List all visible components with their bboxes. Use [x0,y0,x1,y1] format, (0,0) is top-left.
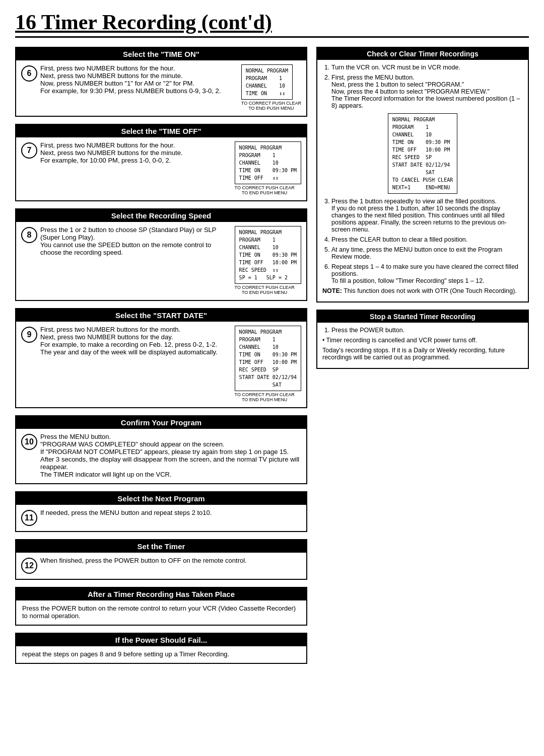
stop-recording-extra: Today's recording stops. If it is a Dail… [322,347,523,361]
step-9-screen-area: NORMAL PROGRAM PROGRAM 1 CHANNEL 10 TIME… [235,326,301,402]
step-6-text: First, press two NUMBER buttons for the … [40,64,236,111]
section-after-recording-body: Press the POWER button on the remote con… [16,600,306,625]
after-recording-text-1: Press the POWER button on the remote con… [22,604,300,620]
section-power-fail-header: If the Power Should Fail... [16,634,306,646]
step-7-content: First, press two NUMBER buttons for the … [40,141,301,195]
step-6-line-4: For example, for 9:30 PM, press NUMBER b… [40,87,236,95]
left-column: Select the "TIME ON" 6 First, press two … [15,47,307,671]
step-7-push: TO CORRECT PUSH CLEARTO END PUSH MENU [235,185,295,195]
section-time-off-body: 7 First, press two NUMBER buttons for th… [16,137,306,200]
step-8-push: TO CORRECT PUSH CLEARTO END PUSH MENU [235,285,295,295]
section-next-program-body: 11 If needed, press the MENU button and … [16,505,306,531]
step-12-row: 12 When finished, press the POWER button… [21,557,301,574]
section-stop-recording-header: Stop a Started Timer Recording [317,311,528,323]
step-8-content: Press the 1 or 2 button to choose SP (St… [40,226,301,295]
section-stop-recording-body: Press the POWER button. • Timer recordin… [317,323,528,368]
section-confirm-program-header: Confirm Your Program [16,416,306,429]
step-11-line-1: If needed, press the MENU button and rep… [40,509,301,516]
section-check-clear-body: Turn the VCR on. VCR must be in VCR mode… [317,60,528,301]
step-12-line-1: When finished, press the POWER button to… [40,557,301,564]
step-10-line-2: "PROGRAM WAS COMPLETED" should appear on… [40,440,301,448]
check-clear-item-5: At any time, press the MENU button once … [331,246,523,260]
section-start-date-body: 9 First, press two NUMBER buttons for th… [16,322,306,407]
step-7-line-3: For example, for 10:00 PM, press 1-0, 0-… [40,157,230,164]
page-title: 16 Timer Recording (cont'd) [15,10,529,38]
section-start-date: Select the "START DATE" 9 First, press t… [15,308,307,408]
step-8-text: Press the 1 or 2 button to choose SP (St… [40,226,230,295]
step-10-line-1: Press the MENU button. [40,433,301,440]
check-clear-inner-screen: NORMAL PROGRAM PROGRAM 1 CHANNEL 10 TIME… [388,113,457,194]
step-10-line-5: The TIMER indicator will light up on the… [40,471,301,478]
step-11-num: 11 [21,510,37,526]
step-6-push: TO CORRECT PUSH CLEARTO END PUSH MENU [241,101,301,111]
step-7-row: 7 First, press two NUMBER buttons for th… [21,141,301,195]
check-clear-item-4: Press the CLEAR button to clear a filled… [331,236,523,243]
step-6-content: First, press two NUMBER buttons for the … [40,64,301,111]
step-9-line-1: First, press two NUMBER buttons for the … [40,326,230,333]
section-time-off: Select the "TIME OFF" 7 First, press two… [15,124,307,201]
check-clear-item-6: Repeat steps 1 – 4 to make sure you have… [331,263,523,284]
stop-recording-item-1: Press the POWER button. [331,327,523,334]
section-time-off-header: Select the "TIME OFF" [16,125,306,137]
step-11-row: 11 If needed, press the MENU button and … [21,509,301,526]
step-7-line-2: Next, press two NUMBER buttons for the m… [40,149,230,157]
stop-recording-bullet: • Timer recording is cancelled and VCR p… [322,337,523,344]
step-10-content: Press the MENU button. "PROGRAM WAS COMP… [40,433,301,478]
step-7-screen: NORMAL PROGRAM PROGRAM 1 CHANNEL 10 TIME… [235,141,301,184]
check-clear-item-3: Press the 1 button repeatedly to view al… [331,198,523,233]
step-9-line-2: Next, press two NUMBER buttons for the d… [40,333,230,341]
step-6-line-1: First, press two NUMBER buttons for the … [40,64,236,72]
check-clear-item-1: Turn the VCR on. VCR must be in VCR mode… [331,64,523,71]
section-next-program-header: Select the Next Program [16,492,306,505]
step-7-line-1: First, press two NUMBER buttons for the … [40,141,230,149]
section-start-date-header: Select the "START DATE" [16,309,306,322]
step-6-line-3: Now, press NUMBER button "1" for AM or "… [40,80,236,87]
step-9-line-3: For example, to make a recording on Feb.… [40,341,230,348]
section-next-program: Select the Next Program 11 If needed, pr… [15,491,307,532]
section-time-on-header: Select the "TIME ON" [16,48,306,60]
stop-recording-list: Press the POWER button. [322,327,523,334]
step-7-screen-area: NORMAL PROGRAM PROGRAM 1 CHANNEL 10 TIME… [235,141,301,195]
step-6-line-2: Next, press two NUMBER buttons for the m… [40,72,236,80]
section-time-on-body: 6 First, press two NUMBER buttons for th… [16,60,306,116]
section-time-on: Select the "TIME ON" 6 First, press two … [15,47,307,117]
step-9-row: 9 First, press two NUMBER buttons for th… [21,326,301,402]
step-10-row: 10 Press the MENU button. "PROGRAM WAS C… [21,433,301,478]
step-6-screen: NORMAL PROGRAM PROGRAM 1 CHANNEL 10 TIME… [241,64,293,100]
step-7-num: 7 [21,142,37,159]
step-7-text: First, press two NUMBER buttons for the … [40,141,230,195]
right-column: Check or Clear Timer Recordings Turn the… [316,47,529,671]
step-8-line-1: Press the 1 or 2 button to choose SP (St… [40,226,230,241]
step-8-screen: NORMAL PROGRAM PROGRAM 1 CHANNEL 10 TIME… [235,226,301,284]
check-clear-note: NOTE: This function does not work with O… [322,287,523,294]
section-power-fail-body: repeat the steps on pages 8 and 9 before… [16,646,306,663]
step-9-num: 9 [21,327,37,343]
step-9-text: First, press two NUMBER buttons for the … [40,326,230,402]
section-recording-speed: Select the Recording Speed 8 Press the 1… [15,208,307,301]
section-after-recording-header: After a Timer Recording Has Taken Place [16,588,306,600]
section-confirm-program-body: 10 Press the MENU button. "PROGRAM WAS C… [16,429,306,483]
step-8-line-2: You cannot use the SPEED button on the r… [40,241,230,256]
step-12-num: 12 [21,558,37,574]
step-10-line-3: If "PROGRAM NOT COMPLETED" appears, plea… [40,448,301,456]
step-8-screen-area: NORMAL PROGRAM PROGRAM 1 CHANNEL 10 TIME… [235,226,301,295]
section-check-clear: Check or Clear Timer Recordings Turn the… [316,47,529,303]
section-set-timer: Set the Timer 12 When finished, press th… [15,539,307,580]
check-clear-list-2: Press the 1 button repeatedly to view al… [322,198,523,284]
step-6-row: 6 First, press two NUMBER buttons for th… [21,64,301,111]
section-set-timer-header: Set the Timer [16,540,306,553]
section-stop-recording: Stop a Started Timer Recording Press the… [316,310,529,369]
step-11-content: If needed, press the MENU button and rep… [40,509,301,516]
step-9-screen: NORMAL PROGRAM PROGRAM 1 CHANNEL 10 TIME… [235,326,301,391]
check-clear-item-2: First, press the MENU button. Next, pres… [331,74,523,109]
section-recording-speed-body: 8 Press the 1 or 2 button to choose SP (… [16,222,306,300]
section-set-timer-body: 12 When finished, press the POWER button… [16,553,306,579]
main-layout: Select the "TIME ON" 6 First, press two … [15,47,529,671]
step-8-row: 8 Press the 1 or 2 button to choose SP (… [21,226,301,295]
step-10-line-4: After 3 seconds, the display will disapp… [40,456,301,471]
section-recording-speed-header: Select the Recording Speed [16,209,306,222]
step-10-num: 10 [21,434,37,450]
step-12-content: When finished, press the POWER button to… [40,557,301,564]
step-9-push: TO CORRECT PUSH CLEARTO END PUSH MENU [235,392,295,402]
check-clear-list: Turn the VCR on. VCR must be in VCR mode… [322,64,523,109]
